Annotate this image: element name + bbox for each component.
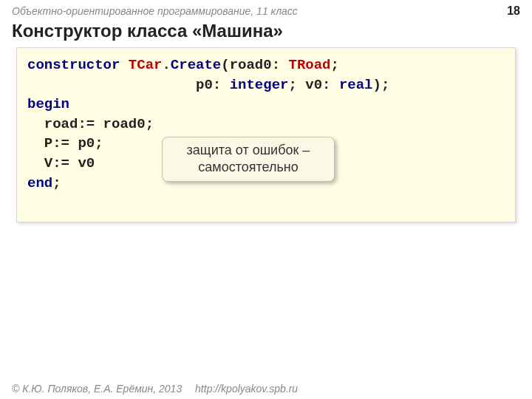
footer-copyright: © К.Ю. Поляков, Е.А. Ерёмин, 2013 [12,383,182,395]
code-text: ; [331,57,339,73]
page-number: 18 [507,4,520,18]
type-integer: integer [230,77,289,93]
kw-constructor: constructor [27,57,120,73]
code-text: . [162,57,170,73]
type-troad: TRoad [288,57,330,73]
footer-link: http://kpolyakov.spb.ru [195,383,298,395]
code-text: road:= road0; [27,116,154,132]
course-title: Объектно-ориентированное программировани… [12,5,298,17]
type-tcar: TCar [120,57,162,73]
code-text: V:= v0 [27,155,95,171]
code-text: P:= p0; [27,135,103,151]
code-text: ; [52,175,61,191]
method-create: Create [171,57,221,73]
callout-note: защита от ошибок – самостоятельно [162,137,335,182]
code-text: ; v0: [288,77,338,93]
type-real: real [339,77,373,93]
code-block: constructor TCar.Create(road0: TRoad; p0… [16,47,516,222]
slide-header: Объектно-ориентированное программировани… [0,0,532,19]
code-text: p0: [27,77,230,93]
kw-begin: begin [27,96,69,112]
code-text: ); [373,77,390,93]
code-text: (road0: [221,57,288,73]
slide-footer: © К.Ю. Поляков, Е.А. Ерёмин, 2013 http:/… [12,383,298,395]
kw-end: end [27,175,52,191]
slide-title: Конструктор класса «Машина» [0,19,532,47]
